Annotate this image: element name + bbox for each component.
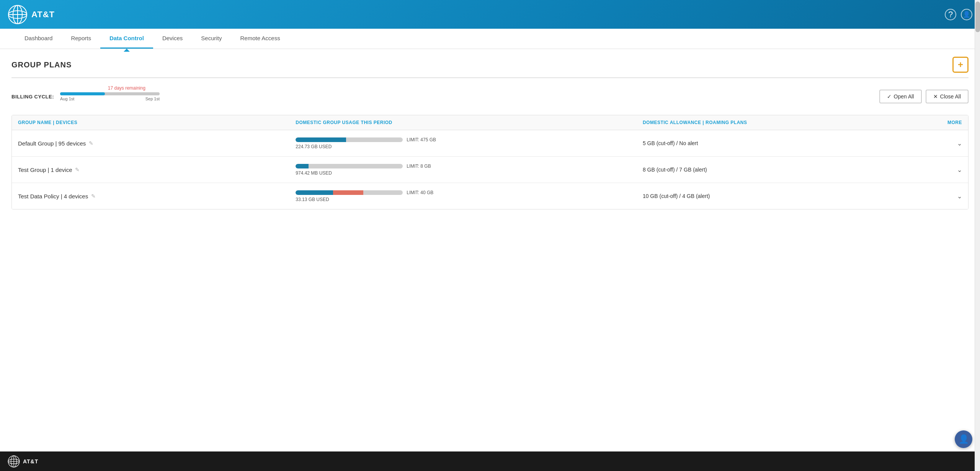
section-header: GROUP PLANS + <box>11 57 969 78</box>
close-all-label: Close All <box>940 93 961 100</box>
group-plans-table: GROUP NAME | DEVICES DOMESTIC GROUP USAG… <box>11 115 969 209</box>
group-name-label-3: Test Data Policy | 4 devices <box>18 193 88 200</box>
table-row: Test Group | 1 device ✎ LIMIT: 8 GB 974.… <box>12 157 968 183</box>
billing-bar <box>60 92 160 95</box>
billing-bar-labels: Aug 1st Sep 1st <box>60 96 160 101</box>
group-name-label-1: Default Group | 95 devices <box>18 140 86 147</box>
usage-label-1: 224.73 GB USED <box>296 144 643 149</box>
nav-bar: Dashboard Reports Data Control Devices S… <box>0 29 980 49</box>
nav-item-dashboard[interactable]: Dashboard <box>15 29 62 49</box>
usage-bar-3 <box>296 190 403 195</box>
group-name-label-2: Test Group | 1 device <box>18 167 72 173</box>
usage-label-2: 974.42 MB USED <box>296 170 643 176</box>
page-title: GROUP PLANS <box>11 61 72 69</box>
usage-bar-blue-3 <box>296 190 333 195</box>
billing-left: BILLING CYCLE: 17 days remaining Aug 1st… <box>11 92 160 101</box>
open-all-button[interactable]: ✓ Open All <box>879 90 922 103</box>
billing-label: BILLING CYCLE: <box>11 94 54 100</box>
col-header-more: MORE <box>920 120 962 125</box>
allowance-1: 5 GB (cut-off) / No alert <box>643 140 920 146</box>
usage-cell-3: LIMIT: 40 GB 33.13 GB USED <box>296 190 643 202</box>
footer: AT&T <box>0 451 980 471</box>
nav-item-devices[interactable]: Devices <box>153 29 192 49</box>
billing-actions: ✓ Open All ✕ Close All <box>879 90 969 103</box>
checkmark-icon: ✓ <box>887 93 892 100</box>
expand-icon-2[interactable]: ⌄ <box>920 166 962 173</box>
scrollbar-track[interactable] <box>975 0 980 471</box>
help-icon[interactable]: ? <box>945 9 956 20</box>
col-header-group-name: GROUP NAME | DEVICES <box>18 120 296 125</box>
limit-label-2: LIMIT: 8 GB <box>407 164 431 169</box>
logo-area: AT&T <box>8 5 55 25</box>
close-all-button[interactable]: ✕ Close All <box>926 90 969 103</box>
usage-label-3: 33.13 GB USED <box>296 197 643 202</box>
open-all-label: Open All <box>894 93 914 100</box>
usage-bar-2 <box>296 164 403 168</box>
col-header-allowance: DOMESTIC ALLOWANCE | ROAMING PLANS <box>643 120 920 125</box>
usage-bar-1 <box>296 137 403 142</box>
user-icon[interactable]: 👤 <box>961 9 972 20</box>
table-row: Default Group | 95 devices ✎ LIMIT: 475 … <box>12 130 968 157</box>
chat-avatar-icon: 👤 <box>959 434 969 444</box>
nav-item-security[interactable]: Security <box>192 29 231 49</box>
header: AT&T ? 👤 <box>0 0 980 29</box>
add-group-button[interactable]: + <box>952 57 969 73</box>
table-header: GROUP NAME | DEVICES DOMESTIC GROUP USAG… <box>12 115 968 130</box>
limit-label-1: LIMIT: 475 GB <box>407 137 436 142</box>
att-globe-icon <box>8 5 28 25</box>
usage-bar-orange-3 <box>333 190 363 195</box>
edit-icon-3[interactable]: ✎ <box>91 193 96 199</box>
billing-bar-fill <box>60 92 105 95</box>
billing-start: Aug 1st <box>60 96 74 101</box>
chat-bubble[interactable]: 👤 <box>955 430 972 448</box>
col-header-usage: DOMESTIC GROUP USAGE THIS PERIOD <box>296 120 643 125</box>
scrollbar-thumb[interactable] <box>975 2 980 32</box>
billing-end: Sep 1st <box>145 96 160 101</box>
group-name-3: Test Data Policy | 4 devices ✎ <box>18 193 296 200</box>
footer-logo-text: AT&T <box>23 458 38 464</box>
billing-section: BILLING CYCLE: 17 days remaining Aug 1st… <box>11 86 969 107</box>
allowance-2: 8 GB (cut-off) / 7 GB (alert) <box>643 167 920 173</box>
expand-icon-3[interactable]: ⌄ <box>920 193 962 200</box>
expand-icon-1[interactable]: ⌄ <box>920 140 962 147</box>
days-remaining: 17 days remaining <box>108 85 145 91</box>
footer-globe-icon <box>8 455 20 468</box>
usage-bar-blue-1 <box>296 137 346 142</box>
nav-item-reports[interactable]: Reports <box>62 29 100 49</box>
usage-cell-2: LIMIT: 8 GB 974.42 MB USED <box>296 164 643 176</box>
limit-label-3: LIMIT: 40 GB <box>407 190 433 195</box>
nav-item-remote-access[interactable]: Remote Access <box>231 29 289 49</box>
main-content: GROUP PLANS + BILLING CYCLE: 17 days rem… <box>0 49 980 451</box>
header-icons: ? 👤 <box>945 9 972 20</box>
group-name-1: Default Group | 95 devices ✎ <box>18 140 296 147</box>
usage-bar-blue-2 <box>296 164 309 168</box>
logo-text: AT&T <box>31 10 55 20</box>
allowance-3: 10 GB (cut-off) / 4 GB (alert) <box>643 193 920 199</box>
edit-icon-2[interactable]: ✎ <box>75 167 80 173</box>
billing-bar-container: 17 days remaining Aug 1st Sep 1st <box>60 92 160 101</box>
x-icon: ✕ <box>933 93 938 100</box>
usage-cell-1: LIMIT: 475 GB 224.73 GB USED <box>296 137 643 149</box>
group-name-2: Test Group | 1 device ✎ <box>18 167 296 173</box>
footer-logo: AT&T <box>8 455 38 468</box>
edit-icon-1[interactable]: ✎ <box>89 140 93 146</box>
nav-item-data-control[interactable]: Data Control <box>100 29 153 49</box>
table-row: Test Data Policy | 4 devices ✎ LIMIT: 40… <box>12 183 968 209</box>
